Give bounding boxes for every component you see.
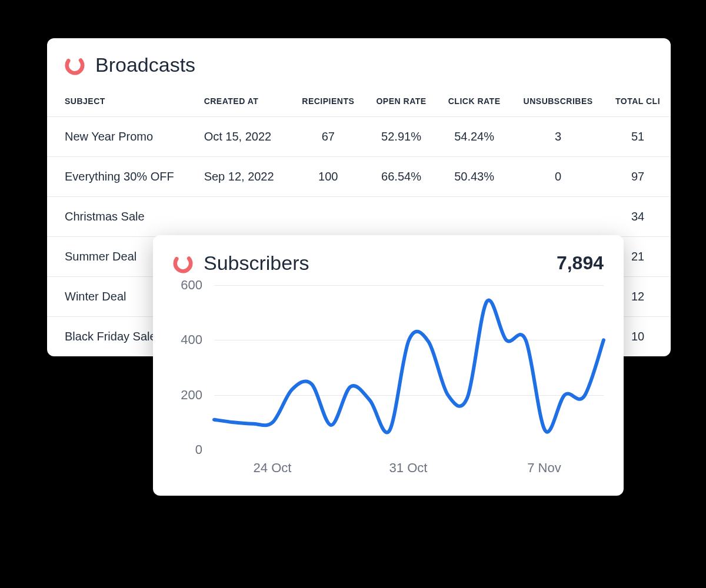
col-open-rate: OPEN RATE [365,88,437,117]
cell-total_clicks: 51 [605,117,671,157]
col-click-rate: CLICK RATE [437,88,511,117]
y-tick-label: 400 [181,332,202,348]
cell-recipients: 100 [291,157,365,197]
cell-created_at [197,197,291,237]
col-subject: SUBJECT [47,88,197,117]
cell-recipients [291,197,365,237]
cell-click_rate: 54.24% [437,117,511,157]
chart-line [214,300,604,433]
brand-logo-icon [65,55,85,75]
cell-subject: Everything 30% OFF [47,157,197,197]
x-tick-label: 24 Oct [254,460,292,476]
x-tick-label: 31 Oct [389,460,428,476]
table-header-row: SUBJECT CREATED AT RECIPIENTS OPEN RATE … [47,88,671,117]
table-row[interactable]: Everything 30% OFFSep 12, 202210066.54%5… [47,157,671,197]
subscribers-count: 7,894 [557,252,604,274]
cell-unsubscribes: 0 [511,157,605,197]
cell-recipients: 67 [291,117,365,157]
broadcasts-header: Broadcasts [47,38,671,88]
subscribers-chart: 0200400600 24 Oct31 Oct7 Nov [173,285,604,479]
cell-total_clicks: 34 [605,197,671,237]
col-total-clicks: TOTAL CLI [605,88,671,117]
subscribers-header: Subscribers 7,894 [173,252,604,275]
subscribers-title: Subscribers [204,252,309,275]
col-created-at: CREATED AT [197,88,291,117]
cell-subject: Christmas Sale [47,197,197,237]
subscribers-card: Subscribers 7,894 0200400600 24 Oct31 Oc… [153,235,624,496]
col-recipients: RECIPIENTS [291,88,365,117]
cell-subject: New Year Promo [47,117,197,157]
broadcasts-title: Broadcasts [95,54,195,76]
cell-created_at: Oct 15, 2022 [197,117,291,157]
cell-total_clicks: 97 [605,157,671,197]
cell-unsubscribes: 3 [511,117,605,157]
cell-unsubscribes [511,197,605,237]
cell-open_rate: 66.54% [365,157,437,197]
cell-click_rate: 50.43% [437,157,511,197]
brand-logo-icon [173,253,193,273]
cell-created_at: Sep 12, 2022 [197,157,291,197]
table-row[interactable]: Christmas Sale34 [47,197,671,237]
svg-point-1 [173,253,193,273]
y-tick-label: 200 [181,387,202,403]
y-tick-label: 0 [195,442,202,457]
cell-open_rate [365,197,437,237]
x-tick-label: 7 Nov [527,460,561,476]
cell-open_rate: 52.91% [365,117,437,157]
svg-point-0 [65,55,85,75]
table-row[interactable]: New Year PromoOct 15, 20226752.91%54.24%… [47,117,671,157]
y-tick-label: 600 [181,278,202,293]
cell-click_rate [437,197,511,237]
col-unsubscribes: UNSUBSCRIBES [511,88,605,117]
